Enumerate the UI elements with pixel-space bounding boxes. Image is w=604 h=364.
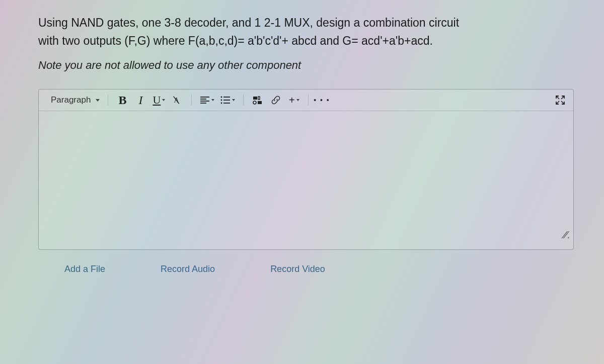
fullscreen-button[interactable] xyxy=(552,93,568,108)
toolbar-separator xyxy=(108,95,108,106)
underline-button[interactable]: U xyxy=(150,93,167,108)
attachment-row: Add a File Record Audio Record Video xyxy=(38,250,574,275)
fullscreen-icon xyxy=(555,95,565,105)
insert-media-button[interactable] xyxy=(250,93,266,108)
add-file-link[interactable]: Add a File xyxy=(64,264,105,275)
align-button[interactable] xyxy=(198,93,216,108)
link-button[interactable] xyxy=(268,93,284,108)
resize-handle[interactable]: ⁄⁄. xyxy=(564,229,570,241)
question-text: Using NAND gates, one 3-8 decoder, and 1… xyxy=(38,14,574,50)
bold-button[interactable]: B xyxy=(114,93,130,108)
toolbar-separator xyxy=(243,95,244,106)
question-line1: Using NAND gates, one 3-8 decoder, and 1… xyxy=(38,16,459,29)
svg-point-12 xyxy=(253,101,256,104)
chevron-down-icon xyxy=(296,99,299,101)
strikethrough-icon: A xyxy=(172,95,183,106)
chevron-down-icon xyxy=(96,99,100,102)
question-note: Note you are not allowed to use any othe… xyxy=(38,59,574,72)
svg-point-9 xyxy=(221,103,222,104)
svg-rect-11 xyxy=(258,97,260,100)
plus-icon: + xyxy=(289,95,295,106)
toolbar-separator xyxy=(191,95,192,106)
rich-text-editor: Paragraph B I U A xyxy=(38,89,574,250)
chevron-down-icon xyxy=(232,99,235,101)
svg-text:A: A xyxy=(174,97,179,104)
editor-textarea[interactable]: ⁄⁄. xyxy=(39,111,573,243)
toolbar-separator xyxy=(308,95,309,106)
underline-icon: U xyxy=(153,94,161,107)
record-video-link[interactable]: Record Video xyxy=(270,264,325,275)
align-left-icon xyxy=(200,96,210,104)
list-icon xyxy=(220,96,231,104)
strikethrough-button[interactable]: A xyxy=(169,93,185,108)
italic-button[interactable]: I xyxy=(132,93,148,108)
list-button[interactable] xyxy=(218,93,237,108)
paragraph-style-label: Paragraph xyxy=(51,95,91,105)
chevron-down-icon xyxy=(211,99,214,101)
more-icon: • • • xyxy=(314,96,330,104)
insert-button[interactable]: + xyxy=(286,93,302,108)
record-audio-link[interactable]: Record Audio xyxy=(161,264,215,275)
chevron-down-icon xyxy=(162,99,165,101)
paragraph-style-select[interactable]: Paragraph xyxy=(44,93,105,107)
link-icon xyxy=(270,95,281,106)
more-tools-button[interactable]: • • • xyxy=(312,93,332,108)
svg-point-7 xyxy=(221,100,222,101)
svg-point-5 xyxy=(221,97,222,98)
editor-toolbar: Paragraph B I U A xyxy=(39,89,573,111)
media-icon xyxy=(252,96,263,105)
svg-rect-13 xyxy=(258,101,262,104)
question-line2: with two outputs (F,G) where F(a,b,c,d)=… xyxy=(38,34,433,47)
